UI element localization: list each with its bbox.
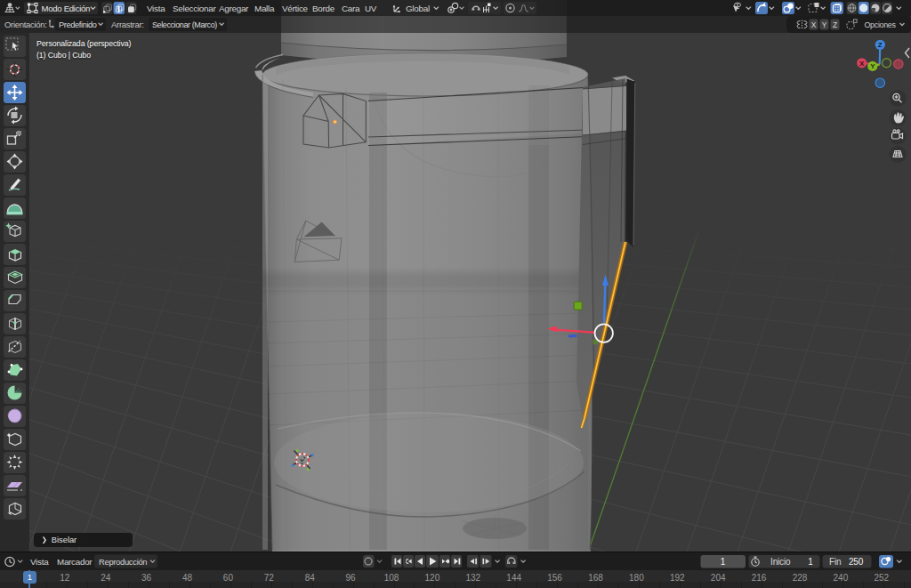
svg-text:Seleccionar: Seleccionar [173, 4, 216, 13]
svg-text:X: X [811, 20, 817, 29]
svg-text:Arrastrar:: Arrastrar: [111, 20, 144, 29]
svg-text:Vista: Vista [30, 557, 49, 567]
svg-text:X: X [859, 60, 865, 68]
svg-text:Global: Global [406, 4, 430, 13]
svg-text:Fin: Fin [829, 557, 841, 567]
svg-text:UV: UV [365, 4, 377, 13]
svg-text:Inicio: Inicio [770, 557, 791, 567]
svg-text:Opciones: Opciones [865, 20, 897, 29]
svg-text:Z: Z [878, 41, 883, 49]
svg-text:250: 250 [849, 557, 864, 567]
svg-text:Seleccionar (Marco): Seleccionar (Marco) [152, 20, 217, 29]
svg-text:Vista: Vista [147, 4, 165, 13]
svg-text:1: 1 [808, 557, 813, 567]
svg-text:Predefinido: Predefinido [59, 20, 97, 29]
svg-text:Malla: Malla [254, 4, 275, 13]
svg-text:Agregar: Agregar [219, 4, 249, 13]
svg-text:Modo Edición: Modo Edición [42, 4, 91, 13]
svg-text:Y: Y [870, 62, 875, 70]
svg-text:Y: Y [822, 20, 827, 29]
svg-text:1: 1 [721, 557, 726, 567]
svg-text:Z: Z [833, 20, 837, 29]
svg-text:Marcador: Marcador [57, 557, 93, 567]
svg-text:Vértice: Vértice [282, 4, 309, 13]
svg-text:Reproducción: Reproducción [99, 557, 147, 567]
svg-text:Borde: Borde [312, 4, 335, 13]
svg-text:Cara: Cara [342, 4, 360, 13]
svg-text:Orientación:: Orientación: [4, 20, 47, 29]
